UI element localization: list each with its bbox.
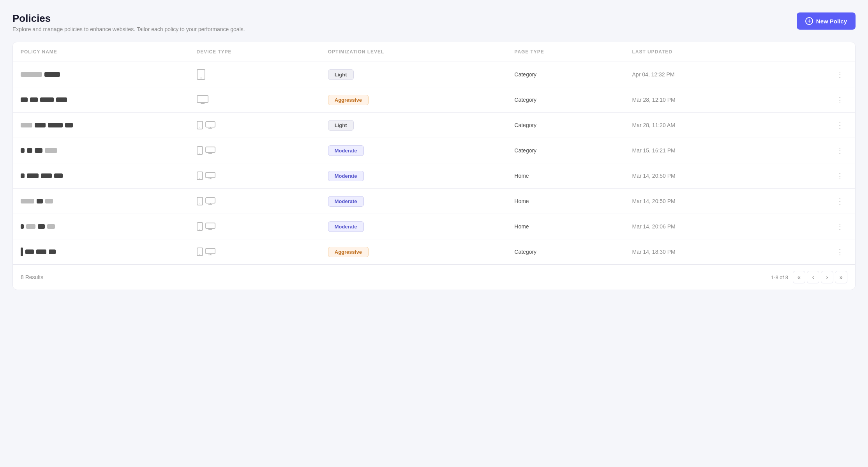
policy-name-cell (13, 62, 189, 87)
last-updated-cell: Mar 14, 20:50 PM (625, 163, 778, 189)
col-page-type: PAGE TYPE (506, 42, 624, 62)
page-type-cell: Category (506, 138, 624, 163)
page-header: Policies Explore and manage policies to … (12, 12, 856, 32)
row-menu-button[interactable]: ⋮ (833, 145, 847, 156)
table-row[interactable]: Moderate Home Mar 14, 20:06 PM ⋮ (13, 214, 855, 239)
device-type-cell (189, 239, 320, 265)
policy-name-cell (13, 87, 189, 113)
optimization-level-cell: Aggressive (320, 239, 507, 265)
last-updated-cell: Mar 28, 12:10 PM (625, 87, 778, 113)
pagination: 1-8 of 8 « ‹ › » (771, 271, 847, 283)
policies-table: POLICY NAME DEVICE TYPE OPTIMIZATION LEV… (13, 42, 855, 264)
svg-rect-12 (206, 147, 215, 152)
page-type-cell: Home (506, 214, 624, 239)
header-text: Policies Explore and manage policies to … (12, 12, 245, 32)
page-subtitle: Explore and manage policies to enhance w… (12, 26, 245, 32)
first-page-button[interactable]: « (793, 271, 805, 283)
optimization-level-cell: Light (320, 62, 507, 87)
policy-name-cell (13, 163, 189, 189)
device-type-cell (189, 113, 320, 138)
results-count: 8 Results (21, 274, 43, 280)
page-type-cell: Category (506, 239, 624, 265)
device-type-cell (189, 163, 320, 189)
optimization-level-cell: Moderate (320, 163, 507, 189)
policy-name-cell (13, 189, 189, 214)
optimization-level-cell: Moderate (320, 189, 507, 214)
table-row[interactable]: Moderate Home Mar 14, 20:50 PM ⋮ (13, 163, 855, 189)
table-row[interactable]: Light Category Apr 04, 12:32 PM ⋮ (13, 62, 855, 87)
svg-point-11 (199, 153, 200, 154)
svg-point-26 (199, 229, 200, 230)
page-title: Policies (12, 12, 245, 25)
svg-point-16 (199, 178, 200, 179)
optimization-level-cell: Moderate (320, 138, 507, 163)
table-body: Light Category Apr 04, 12:32 PM ⋮ Aggres… (13, 62, 855, 265)
row-menu-button[interactable]: ⋮ (833, 246, 847, 257)
optimization-level-cell: Aggressive (320, 87, 507, 113)
svg-rect-27 (206, 223, 215, 228)
page-type-cell: Category (506, 62, 624, 87)
row-menu-button[interactable]: ⋮ (833, 221, 847, 232)
policy-name-cell (13, 138, 189, 163)
policy-name-cell (13, 214, 189, 239)
row-actions-cell: ⋮ (777, 62, 855, 87)
row-menu-button[interactable]: ⋮ (833, 170, 847, 181)
device-type-cell (189, 189, 320, 214)
row-menu-button[interactable]: ⋮ (833, 196, 847, 207)
last-updated-cell: Mar 14, 20:50 PM (625, 189, 778, 214)
device-type-cell (189, 214, 320, 239)
col-actions (777, 42, 855, 62)
row-actions-cell: ⋮ (777, 113, 855, 138)
col-optimization-level: OPTIMIZATION LEVEL (320, 42, 507, 62)
svg-point-1 (200, 78, 201, 79)
table-header: POLICY NAME DEVICE TYPE OPTIMIZATION LEV… (13, 42, 855, 62)
prev-page-button[interactable]: ‹ (807, 271, 819, 283)
table-row[interactable]: Aggressive Category Mar 28, 12:10 PM ⋮ (13, 87, 855, 113)
device-type-cell (189, 62, 320, 87)
svg-rect-22 (206, 198, 215, 203)
page-type-cell: Category (506, 113, 624, 138)
last-updated-cell: Mar 15, 16:21 PM (625, 138, 778, 163)
policy-name-cell (13, 239, 189, 265)
svg-point-21 (199, 203, 200, 204)
new-policy-button[interactable]: + New Policy (797, 12, 856, 30)
last-updated-cell: Mar 14, 18:30 PM (625, 239, 778, 265)
col-device-type: DEVICE TYPE (189, 42, 320, 62)
page-type-cell: Home (506, 163, 624, 189)
row-menu-button[interactable]: ⋮ (833, 69, 847, 80)
pagination-info: 1-8 of 8 (771, 274, 788, 280)
table-row[interactable]: Aggressive Category Mar 14, 18:30 PM ⋮ (13, 239, 855, 265)
last-page-button[interactable]: » (835, 271, 847, 283)
row-actions-cell: ⋮ (777, 239, 855, 265)
row-actions-cell: ⋮ (777, 189, 855, 214)
page-type-cell: Category (506, 87, 624, 113)
col-last-updated: LAST UPDATED (625, 42, 778, 62)
device-type-cell (189, 87, 320, 113)
page-type-cell: Home (506, 189, 624, 214)
optimization-level-cell: Moderate (320, 214, 507, 239)
row-actions-cell: ⋮ (777, 87, 855, 113)
optimization-level-cell: Light (320, 113, 507, 138)
row-actions-cell: ⋮ (777, 163, 855, 189)
col-policy-name: POLICY NAME (13, 42, 189, 62)
device-type-cell (189, 138, 320, 163)
row-menu-button[interactable]: ⋮ (833, 120, 847, 131)
policy-name-cell (13, 113, 189, 138)
svg-rect-7 (206, 122, 215, 127)
row-actions-cell: ⋮ (777, 138, 855, 163)
table-row[interactable]: Moderate Home Mar 14, 20:50 PM ⋮ (13, 189, 855, 214)
next-page-button[interactable]: › (821, 271, 833, 283)
table-header-row: POLICY NAME DEVICE TYPE OPTIMIZATION LEV… (13, 42, 855, 62)
row-actions-cell: ⋮ (777, 214, 855, 239)
svg-rect-17 (206, 172, 215, 178)
svg-rect-32 (206, 248, 215, 254)
svg-point-31 (199, 254, 200, 255)
svg-point-6 (199, 127, 200, 128)
row-menu-button[interactable]: ⋮ (833, 94, 847, 105)
svg-rect-2 (197, 96, 208, 103)
last-updated-cell: Apr 04, 12:32 PM (625, 62, 778, 87)
policies-table-container: POLICY NAME DEVICE TYPE OPTIMIZATION LEV… (12, 42, 856, 290)
table-row[interactable]: Moderate Category Mar 15, 16:21 PM ⋮ (13, 138, 855, 163)
last-updated-cell: Mar 28, 11:20 AM (625, 113, 778, 138)
table-row[interactable]: Light Category Mar 28, 11:20 AM ⋮ (13, 113, 855, 138)
